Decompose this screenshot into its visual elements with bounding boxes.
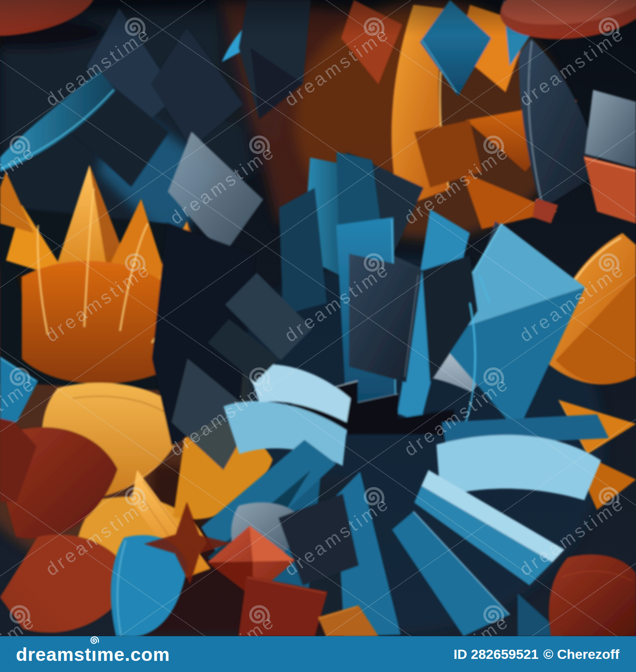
watermark-text: dreamstime bbox=[42, 23, 155, 111]
watermark-text: dreamstime bbox=[516, 258, 628, 346]
watermark-text: dreamstime bbox=[516, 23, 628, 111]
watermark-text: dreamstime bbox=[281, 23, 394, 111]
watermark: dreamstime bbox=[0, 606, 39, 636]
watermark-layer: dreamstimedreamstimedreamstimedreamstime… bbox=[0, 0, 636, 636]
watermark-text: dreamstime bbox=[516, 492, 628, 580]
watermark: dreamstime bbox=[0, 137, 39, 228]
logo-letter-i: ı bbox=[91, 645, 97, 664]
watermark: dreamstime bbox=[400, 369, 513, 460]
watermark-text: dreamstime bbox=[400, 141, 513, 229]
image-id: ID 282659521 bbox=[454, 647, 539, 662]
watermark-text: dreamstime bbox=[281, 258, 394, 346]
logo-dotless-i: ı bbox=[91, 644, 97, 665]
stock-photo-preview: dreamstimedreamstimedreamstimedreamstime… bbox=[0, 0, 636, 672]
watermark: dreamstime bbox=[42, 254, 155, 346]
watermark: dreamstime bbox=[516, 488, 628, 580]
watermark: dreamstime bbox=[166, 606, 279, 636]
watermark-text: dreamstime bbox=[0, 141, 39, 229]
watermark: dreamstime bbox=[0, 369, 39, 460]
dreamstime-logo: dreamstıme.com bbox=[16, 645, 170, 664]
watermark-text: dreamstime bbox=[0, 373, 39, 460]
watermark: dreamstime bbox=[166, 369, 279, 460]
watermark: dreamstime bbox=[42, 488, 155, 580]
logo-part2: me.com bbox=[97, 645, 170, 664]
watermark: dreamstime bbox=[516, 19, 628, 110]
watermark-text: dreamstime bbox=[166, 610, 279, 636]
watermark: dreamstime bbox=[400, 606, 513, 636]
watermark: dreamstime bbox=[400, 137, 513, 228]
watermark-text: dreamstime bbox=[400, 610, 513, 636]
footer-bar: dreamstıme.com ID 282659521 © Cherezoff bbox=[0, 636, 636, 672]
watermark-text: dreamstime bbox=[281, 492, 394, 580]
watermark-text: dreamstime bbox=[166, 373, 279, 460]
watermark-text: dreamstime bbox=[166, 141, 279, 229]
credit: © Cherezoff bbox=[543, 647, 619, 662]
watermark: dreamstime bbox=[281, 254, 394, 346]
watermark: dreamstime bbox=[166, 137, 279, 228]
watermark-text: dreamstime bbox=[42, 258, 155, 346]
watermark-text: dreamstime bbox=[400, 373, 513, 460]
watermark: dreamstime bbox=[281, 19, 394, 110]
image-credit-line: ID 282659521 © Cherezoff bbox=[454, 647, 619, 662]
watermark: dreamstime bbox=[281, 488, 394, 580]
watermark: dreamstime bbox=[42, 19, 155, 110]
watermark-text: dreamstime bbox=[0, 610, 39, 636]
watermark-text: dreamstime bbox=[42, 492, 155, 580]
spiral-icon bbox=[91, 637, 99, 643]
logo-part1: dreamst bbox=[16, 645, 91, 664]
watermark: dreamstime bbox=[516, 254, 628, 346]
